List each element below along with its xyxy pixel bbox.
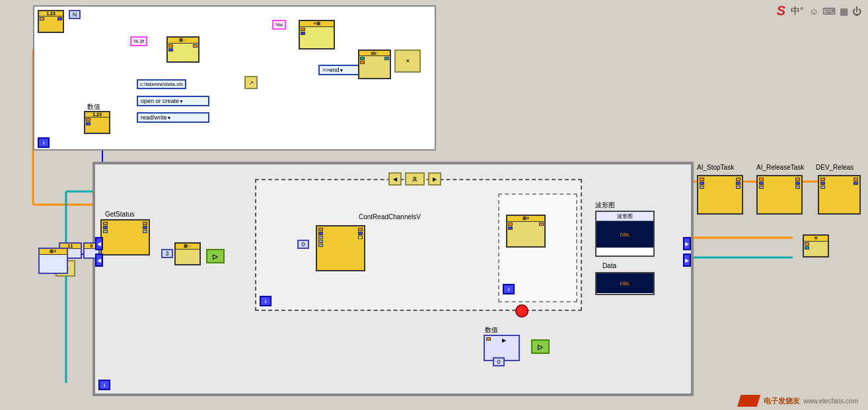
port — [103, 230, 108, 233]
func-title: ⊞+ — [40, 249, 67, 255]
iter-terminal-inner: i — [260, 296, 271, 306]
format-into-string: ⊞→ — [166, 36, 199, 63]
brand-icon-power: ⏻ — [852, 6, 861, 17]
small-format-subvi: ⊞→ — [174, 242, 201, 265]
top-block: 1.23 N %.3f ⊞→ — [33, 5, 436, 151]
end-string[interactable]: >>end — [318, 65, 361, 75]
contread-subvi — [316, 225, 365, 271]
func-title: sb↑ — [359, 51, 390, 56]
iter-terminal-main: i — [98, 380, 110, 390]
port-col — [508, 222, 513, 230]
main-block: GetStatus 11 0 ⊞+ — [92, 162, 694, 396]
contread-label: ContReadChannelsV — [359, 213, 421, 221]
ai-release-subvi — [756, 175, 803, 215]
num-3-const: 3 — [161, 249, 173, 258]
subvi-title: 1.23 — [85, 112, 109, 118]
shuzi-label-top: 数值 — [87, 102, 100, 112]
port-col-left — [40, 17, 44, 20]
port — [508, 222, 513, 226]
zero-const-bottom: 0 — [493, 357, 505, 366]
read-write-dropdown[interactable]: read/write — [137, 112, 209, 123]
inner-inner-subvi: ⊞+ — [506, 215, 546, 248]
port — [736, 178, 741, 181]
port — [759, 182, 764, 185]
loop-ctrl-left: ◀ — [388, 172, 402, 186]
watermark-chinese: 电子发烧友 — [764, 396, 800, 406]
getstatus-label: GetStatus — [105, 211, 134, 218]
stop-button[interactable] — [515, 304, 528, 318]
port — [805, 242, 809, 246]
array-subvi-top: ≡⊞ — [299, 20, 335, 50]
port — [700, 182, 704, 185]
loop-ctrl-right: ▶ — [428, 172, 441, 186]
port-col — [86, 118, 90, 125]
iter-terminal-i: i — [38, 137, 50, 148]
subvi-ports — [359, 56, 390, 65]
format-string: %.3f — [130, 36, 147, 46]
port — [736, 182, 741, 185]
port-col-right — [384, 57, 389, 64]
port-col — [360, 57, 365, 64]
port — [318, 240, 323, 243]
port — [384, 57, 389, 60]
ai-release-label: AI_ReleaseTask — [756, 164, 804, 171]
x-func: ✕ — [394, 50, 421, 73]
port-col-left — [700, 178, 704, 212]
port-col-right — [853, 178, 858, 212]
refnum-arrow: ↗ — [244, 76, 258, 89]
port — [759, 186, 764, 189]
port — [143, 230, 147, 233]
brand-icon-grid: ▦ — [840, 6, 848, 17]
shuzi-label-bottom: 数值 — [485, 325, 498, 335]
port — [318, 228, 323, 231]
port — [301, 28, 305, 31]
open-create-dropdown[interactable]: open or create — [137, 96, 209, 106]
port — [820, 182, 825, 185]
shift-reg-left-2 — [95, 254, 103, 267]
port — [86, 118, 90, 121]
subvi-ports — [317, 226, 364, 270]
subvi-ports — [85, 118, 109, 126]
subvi-ports — [507, 222, 544, 230]
compare-bottom: ▷ — [531, 339, 550, 354]
numeric-indicator-bottom: 1.23 — [84, 111, 110, 134]
shift-reg-right-2 — [683, 254, 691, 267]
func-title: ⊞→ — [168, 38, 198, 44]
port-col-right — [358, 228, 363, 269]
percent-s-string: %s — [272, 20, 286, 30]
port-col-right — [795, 178, 800, 212]
filepath-ctrl[interactable]: c:\labview\data.xls — [137, 79, 186, 89]
subvi-ports — [39, 17, 63, 21]
subvi-ports — [819, 176, 859, 213]
port-col-left — [103, 222, 108, 253]
port-col-right — [539, 222, 544, 230]
waveform-label: 波形图 — [595, 201, 615, 210]
brand-icon-keyboard: ⌨ — [822, 6, 836, 17]
subvi-title: 1.23 — [39, 11, 63, 17]
subvi-ports: ▶ — [485, 336, 519, 345]
data-label: Data — [602, 262, 616, 269]
subvi-ports — [300, 27, 334, 36]
port — [168, 44, 173, 48]
subvi-ports — [168, 44, 198, 52]
port — [301, 32, 305, 35]
port — [795, 186, 800, 189]
port — [853, 182, 858, 185]
port — [358, 232, 363, 235]
watermark-logo-shape — [737, 395, 760, 407]
ai-stop-label: AI_StopTask — [697, 164, 734, 171]
port-col-left — [820, 178, 825, 212]
port — [759, 178, 764, 181]
brand-icon-face: ☺ — [809, 6, 818, 17]
port — [103, 222, 108, 225]
canvas: 1.23 N %.3f ⊞→ — [0, 0, 868, 410]
func-title: ⊞+ — [507, 216, 544, 222]
data-body: DBL — [597, 273, 653, 293]
func-title: ⊞→ — [176, 244, 199, 250]
iter-inner-inner: i — [503, 284, 515, 294]
port-col-right — [193, 44, 198, 51]
port — [795, 178, 800, 181]
brand-s-logo: S — [777, 3, 785, 18]
file-write-func: sb↑ — [358, 50, 391, 79]
port — [700, 178, 704, 181]
